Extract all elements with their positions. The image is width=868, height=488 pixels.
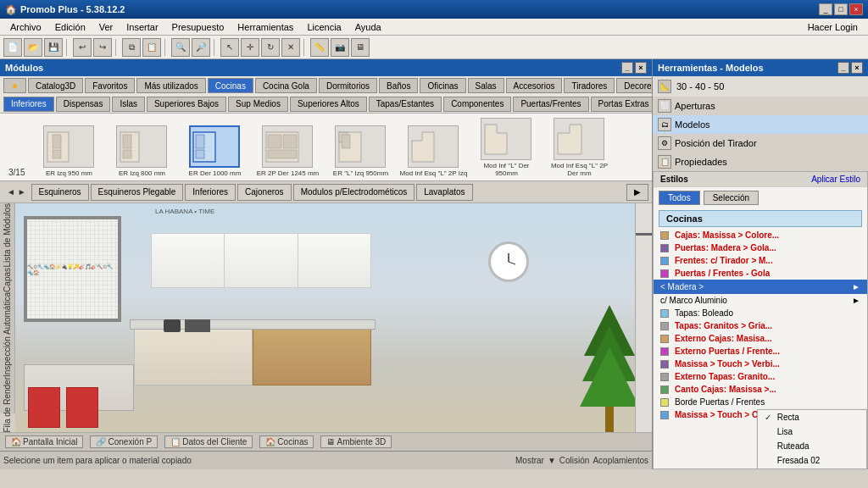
esquineros-tab[interactable]: Esquineros	[31, 184, 89, 201]
menu-propiedades[interactable]: 📋 Propiedades	[653, 152, 868, 171]
new-button[interactable]: 📄	[3, 38, 22, 57]
flyout-item-lisa[interactable]: Lisa	[758, 424, 866, 439]
bottom-acoplamientos[interactable]: Acoplamientos	[593, 456, 648, 465]
tab-cocina-gola[interactable]: Cocina Gola	[255, 78, 317, 93]
cocinas-tab[interactable]: Cocinas	[659, 210, 862, 227]
module-item-4[interactable]: ER "L" Izq 950mm	[326, 125, 394, 177]
lavaplatos-tab[interactable]: Lavaplatos	[416, 184, 472, 201]
more-item-7[interactable]: Borde Puertas / Frentes	[654, 396, 867, 408]
3d-view[interactable]: 🔨⚙🔧🔩🏠⚡🔌💡🔑🎸🎵🎸🔨⚙🔧🔩🏠	[15, 203, 652, 432]
more-item-3[interactable]: Externo Puertas / Frente...	[654, 345, 867, 358]
more-item-1[interactable]: Tapas: Granitos > Gria...	[654, 319, 867, 332]
madera-item[interactable]: < Madera > ►	[654, 280, 867, 294]
right-panel-close[interactable]: ×	[851, 62, 863, 74]
zoom-out-button[interactable]: 🔎	[192, 38, 210, 57]
menu-insertar[interactable]: Insertar	[120, 20, 164, 34]
camera-button[interactable]: 📷	[331, 38, 349, 57]
tab-banos[interactable]: Baños	[379, 78, 418, 93]
save-button[interactable]: 💾	[44, 38, 63, 57]
toolbar2-extra[interactable]: ▶	[626, 184, 648, 201]
styles-section-header[interactable]: Estilos Aplicar Estilo	[654, 172, 867, 187]
more-item-2[interactable]: Externo Cajas: Masisa...	[654, 332, 867, 345]
tab-favoritos[interactable]: Favoritos	[85, 78, 135, 93]
select-button[interactable]: ↖	[220, 38, 239, 57]
tab-dispensas[interactable]: Dispensas	[56, 97, 111, 112]
flyout-item-cojin[interactable]: Cojin	[758, 468, 866, 469]
module-item-3[interactable]: ER 2P Der 1245 mm	[253, 125, 321, 177]
status-ambiente[interactable]: 🖥 Ambiente 3D	[320, 435, 392, 448]
tab-superiores-bajos[interactable]: Superiores Bajos	[147, 97, 226, 112]
flyout-item-fresada02[interactable]: Fresada 02	[758, 453, 866, 468]
tab-inferiores[interactable]: Inferiores	[3, 97, 54, 112]
more-item-4[interactable]: Masissa > Touch > Verbi...	[654, 358, 867, 370]
maximize-button[interactable]: □	[834, 3, 848, 15]
move-button[interactable]: ✛	[241, 38, 259, 57]
rotate-button[interactable]: ↻	[261, 38, 280, 57]
tab-salas[interactable]: Salas	[468, 78, 504, 93]
tab-catalog3d[interactable]: ★	[3, 78, 26, 93]
style-item-0[interactable]: Cajas: Masissa > Colore...	[654, 229, 867, 241]
more-item-5[interactable]: Externo Tapas: Granito...	[654, 370, 867, 383]
minimize-button[interactable]: _	[819, 3, 832, 15]
menu-ayuda[interactable]: Ayuda	[348, 20, 388, 34]
tab-sup-medios[interactable]: Sup Medios	[228, 97, 288, 112]
style-item-1[interactable]: Puertas: Madera > Gola...	[654, 241, 867, 254]
module-item-2[interactable]: ER Der 1000 mm	[181, 125, 248, 177]
tab-componentes[interactable]: Componentes	[443, 97, 511, 112]
menu-herramientas[interactable]: Herramientas	[231, 20, 300, 34]
redo-button[interactable]: ↪	[93, 38, 112, 57]
module-item-5[interactable]: Mod Inf Esq "L" 2P Izq	[399, 125, 467, 177]
paste-button[interactable]: 📋	[142, 38, 161, 57]
tab-islas[interactable]: Islas	[112, 97, 145, 112]
tab-todos[interactable]: Todos	[659, 191, 700, 205]
tab-decore[interactable]: Decore	[616, 78, 652, 93]
tab-dormitorios[interactable]: Dormitorios	[319, 78, 377, 93]
menu-posicion-tirador[interactable]: ⚙ Posición del Tirador	[653, 134, 868, 152]
bottom-colision[interactable]: Colisión	[559, 456, 590, 465]
marco-item[interactable]: c/ Marco Aluminio ►	[654, 294, 867, 307]
tab-tiradores[interactable]: Tiradores	[564, 78, 615, 93]
flyout-item-ruteada[interactable]: Ruteada	[758, 439, 866, 453]
menu-edicion[interactable]: Edición	[48, 20, 92, 34]
style-item-2[interactable]: Frentes: c/ Tirador > M...	[654, 254, 867, 267]
tab-accesorios[interactable]: Accesorios	[506, 78, 563, 93]
tab-oficinas[interactable]: Oficinas	[420, 78, 465, 93]
tab-cocinas[interactable]: Cocinas	[208, 78, 253, 93]
module-item-7[interactable]: Mod Inf Esq "L" 2P Der mm	[545, 118, 613, 177]
cajoneros-tab[interactable]: Cajoneros	[237, 184, 292, 201]
login-button[interactable]: Hacer Login	[801, 20, 865, 34]
flyout-item-recta[interactable]: ✓ Recta	[758, 410, 866, 424]
more-item-6[interactable]: Canto Cajas: Masissa >...	[654, 383, 867, 396]
status-conexion[interactable]: 🔗 Conexión P	[90, 435, 158, 448]
render-button[interactable]: 🖥	[351, 38, 370, 57]
undo-button[interactable]: ↩	[73, 38, 92, 57]
electrodomesticos-tab[interactable]: Modulos p/Electrodométicos	[293, 184, 415, 201]
module-item-0[interactable]: ER Izq 950 mm	[35, 125, 103, 177]
status-cocinas[interactable]: 🏠 Cocinas	[259, 435, 314, 448]
menu-aperturas[interactable]: ⬜ Aperturas	[653, 97, 868, 115]
open-button[interactable]: 📂	[24, 38, 42, 57]
tab-catalog3d-label[interactable]: Catalog3D	[28, 78, 83, 93]
tab-seleccion[interactable]: Selección	[704, 191, 759, 205]
menu-modelos[interactable]: 🗂 Modelos	[653, 115, 868, 134]
modules-close[interactable]: ×	[635, 62, 647, 74]
style-item-3[interactable]: Puertas / Frentes - Gola	[654, 267, 867, 280]
bottom-show[interactable]: Mostrar	[515, 456, 544, 465]
menu-presupuesto[interactable]: Presupuesto	[165, 20, 231, 34]
tab-superiores-altos[interactable]: Superiores Altos	[290, 97, 367, 112]
apply-style-btn[interactable]: Aplicar Estilo	[811, 175, 860, 184]
module-item-1[interactable]: ER Izq 800 mm	[108, 125, 175, 177]
tab-masutilizados[interactable]: Más utilizados	[136, 78, 205, 93]
close-button[interactable]: ×	[849, 3, 863, 15]
delete-button[interactable]: ✕	[281, 38, 300, 57]
zoom-in-button[interactable]: 🔍	[171, 38, 190, 57]
esquineros-plegable-tab[interactable]: Esquineros Plegable	[91, 184, 184, 201]
status-pantalla[interactable]: 🏠 Pantalla Inicial	[5, 435, 83, 448]
inferiores-tab[interactable]: Inferiores	[185, 184, 236, 201]
measure-button[interactable]: 📏	[310, 38, 329, 57]
modules-minimize[interactable]: _	[621, 62, 633, 74]
copy-button[interactable]: ⧉	[122, 38, 141, 57]
tab-portas-extras[interactable]: Portas Extras	[591, 97, 652, 112]
tab-tapas[interactable]: Tapas/Estantes	[369, 97, 442, 112]
right-panel-minimize[interactable]: _	[837, 62, 849, 74]
